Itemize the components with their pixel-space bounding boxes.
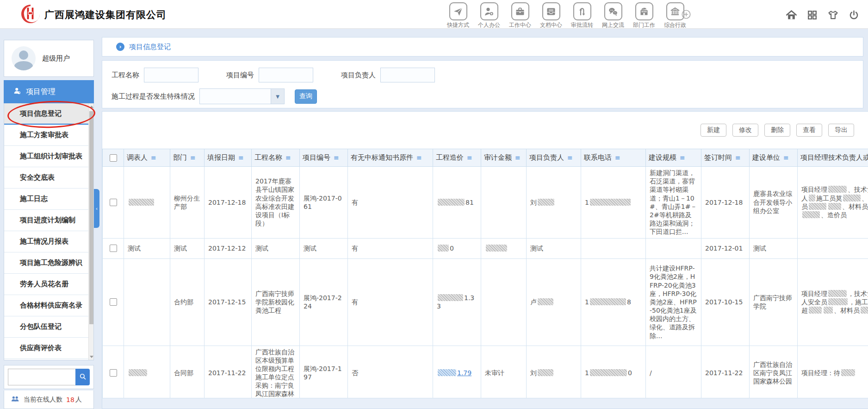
redacted-text	[809, 203, 826, 210]
column-header[interactable]: 审计金额≡	[481, 149, 527, 167]
column-header[interactable]: 工程名称≡	[252, 149, 300, 167]
sidebar-item[interactable]: 合格材料供应商名录	[4, 295, 93, 316]
sidebar-item[interactable]: 施工方案审批表	[4, 125, 93, 146]
cell-text: 2017年鹿寨县平山镇国家农业综合开发高标准农田建设项目（I标段）	[255, 177, 294, 227]
sort-icon[interactable]: ≡	[416, 154, 422, 161]
horizontal-scrollbar-track[interactable]	[102, 398, 868, 409]
column-header-label: 部门	[173, 153, 187, 162]
query-button[interactable]: 查询	[295, 89, 317, 104]
sidebar-item[interactable]: 施工日志	[4, 189, 93, 210]
column-header[interactable]: 建设单位≡	[750, 149, 798, 167]
sidebar-search-button[interactable]	[75, 369, 90, 385]
table-cell: 有	[348, 167, 433, 239]
cell-text: 2017-12-15	[208, 298, 246, 306]
sidebar-scrollbar[interactable]	[88, 104, 93, 360]
column-header[interactable]: 项目经理技术负责人或五	[798, 149, 868, 167]
cell-text: 安全员	[808, 298, 827, 306]
row-checkbox[interactable]	[110, 369, 117, 377]
table-cell: 项目经理，技术负责人安全员，施工员莫超、材料员	[798, 258, 868, 346]
view-button[interactable]: 查看	[796, 124, 822, 137]
sidebar-item[interactable]: 施工组织计划审批表	[4, 146, 93, 167]
project-name-input[interactable]	[144, 68, 198, 82]
scrollbar-thumb[interactable]	[89, 111, 93, 324]
sidebar-group-project-management[interactable]: 项目管理	[4, 80, 94, 103]
sidebar-item[interactable]: 施工情况月报表	[4, 231, 93, 252]
sidebar-collapse-handle[interactable]: ‹	[94, 189, 99, 228]
table-cell	[481, 258, 527, 346]
select-dropdown-button[interactable]: ▼	[271, 88, 285, 104]
project-leader-input[interactable]	[380, 68, 435, 82]
sort-icon[interactable]: ≡	[151, 154, 156, 161]
scroll-down-icon[interactable]	[90, 356, 93, 358]
column-header[interactable]: 部门≡	[170, 149, 205, 167]
topbar-nav-item[interactable]: 快捷方式	[445, 2, 471, 29]
online-suffix: 人	[75, 396, 82, 404]
column-header[interactable]: 签订时间≡	[701, 149, 750, 167]
topbar-nav-item[interactable]: 审批流转	[569, 2, 595, 29]
sidebar-item[interactable]: 供应商评价表	[4, 338, 93, 359]
sort-icon[interactable]: ≡	[567, 154, 573, 161]
column-header[interactable]: 建设规模≡	[646, 149, 701, 167]
column-header[interactable]: 有无中标通知书原件≡	[348, 149, 433, 167]
table-cell: 展鸿-2017-061	[300, 167, 348, 239]
modify-button[interactable]: 修改	[732, 124, 758, 137]
sidebar-menu: 项目信息登记施工方案审批表施工组织计划审批表安全交底表施工日志项目进度计划编制施…	[4, 103, 94, 360]
plus-circle-icon[interactable]	[681, 9, 691, 21]
power-icon[interactable]	[848, 9, 860, 21]
sort-icon[interactable]: ≡	[238, 154, 244, 161]
column-header[interactable]: 工程造价≡	[433, 149, 481, 167]
sidebar-item[interactable]: 劳务人员花名册	[4, 274, 93, 295]
project-code-input[interactable]	[259, 68, 313, 82]
action-buttons: 新建修改删除查看导出	[701, 124, 854, 137]
topbar-nav-item[interactable]: 网上交流	[600, 2, 626, 29]
row-checkbox[interactable]	[110, 298, 117, 306]
cell-text: 广西南宁技师学院新校园化粪池工程	[255, 290, 294, 314]
topbar-nav-item[interactable]: 个人办公	[476, 2, 502, 29]
sidebar-item[interactable]: 项目信息登记	[4, 103, 93, 125]
sort-icon[interactable]: ≡	[334, 154, 339, 161]
scroll-up-icon[interactable]	[90, 106, 93, 108]
redacted-text	[828, 186, 847, 193]
select-all-checkbox[interactable]	[110, 154, 117, 162]
sort-icon[interactable]: ≡	[190, 154, 196, 161]
column-header[interactable]: 填报日期≡	[205, 149, 252, 167]
delete-button[interactable]: 删除	[764, 124, 790, 137]
new-button[interactable]: 新建	[701, 124, 726, 137]
topbar-nav: 快捷方式个人办公工作中心文档中心审批流转网上交流部门工作综合行政	[445, 2, 688, 29]
column-header-label: 签订时间	[704, 153, 732, 162]
sort-icon[interactable]: ≡	[285, 154, 291, 161]
sidebar-item[interactable]: 项目施工危险源辨识	[4, 252, 93, 274]
sort-icon[interactable]: ≡	[615, 154, 620, 161]
sort-icon[interactable]: ≡	[735, 154, 741, 161]
main-content: › 项目信息登记 工程名称 项目编号 项目负责人 施工过程是否发生特殊情况 ▼	[102, 29, 868, 409]
shirt-icon[interactable]	[827, 9, 839, 21]
sort-icon[interactable]: ≡	[680, 154, 685, 161]
sidebar-item[interactable]: 分包队伍登记	[4, 316, 93, 338]
sidebar-item[interactable]: 安全交底表	[4, 167, 93, 189]
cell-link[interactable]: 1.79	[457, 369, 471, 377]
special-situation-select[interactable]	[199, 88, 271, 104]
column-header[interactable]: 项目负责人≡	[527, 149, 581, 167]
export-button[interactable]: 导出	[828, 124, 854, 137]
row-checkbox[interactable]	[110, 245, 117, 252]
cell-text: 、材料员	[834, 307, 860, 314]
sidebar-item[interactable]: 项目进度计划编制	[4, 210, 93, 231]
table-cell: 2017-12-01	[701, 238, 750, 258]
topbar-nav-item[interactable]: 文档中心	[538, 2, 564, 29]
topbar-nav-item[interactable]: 工作中心	[507, 2, 533, 29]
grid-icon[interactable]	[806, 9, 818, 21]
row-checkbox[interactable]	[110, 199, 117, 206]
column-header[interactable]: 项目编号≡	[300, 149, 348, 167]
topbar-nav-item[interactable]: 部门工作	[631, 2, 657, 29]
nav-item-label: 网上交流	[602, 21, 624, 29]
user-card: 超级用户	[4, 40, 94, 77]
home-icon[interactable]	[785, 9, 798, 21]
cell-text: 广西壮族自治区本级预算单位限额内工程施工单位定点采购：南宁良凤江国家森林	[255, 348, 294, 398]
sort-icon[interactable]: ≡	[515, 154, 521, 161]
sidebar-search-input[interactable]	[8, 369, 75, 385]
column-header[interactable]: 调表人≡	[124, 149, 170, 167]
sort-icon[interactable]: ≡	[467, 154, 472, 161]
column-header[interactable]: 联系电话≡	[581, 149, 646, 167]
column-header-label: 建设规模	[649, 153, 676, 162]
sort-icon[interactable]: ≡	[783, 154, 789, 161]
